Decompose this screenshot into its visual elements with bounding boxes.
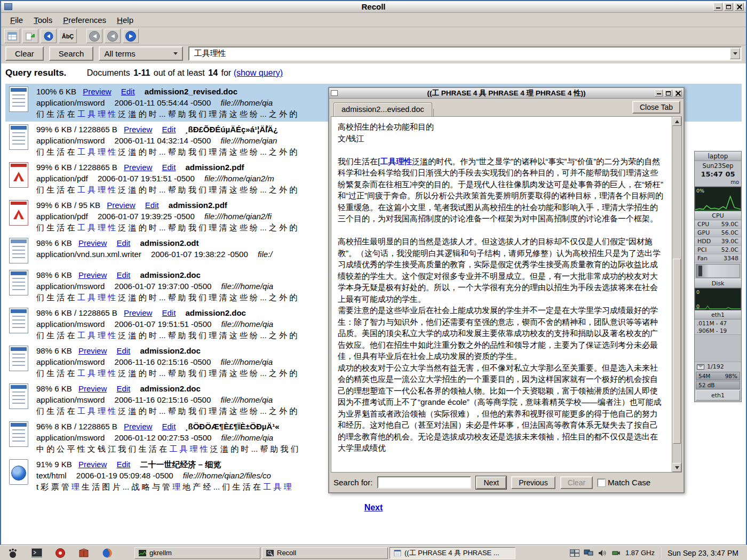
sort-params-button[interactable] [22, 29, 38, 43]
result-preview-link[interactable]: Preview [124, 163, 152, 172]
result-edit-link[interactable]: Edit [162, 308, 176, 317]
prev-page-button[interactable] [105, 29, 121, 43]
task-gkrellm[interactable]: gkrellm [134, 547, 260, 559]
result-preview-link[interactable]: Preview [78, 270, 107, 279]
minimize-button[interactable] [713, 3, 722, 11]
result-rank-size: 100% 6 KB [36, 87, 76, 96]
match-case-control[interactable]: Match Case [598, 478, 650, 487]
result-preview-link[interactable]: Preview [124, 125, 152, 134]
net-rx-text: .011M - 47 [695, 319, 741, 327]
result-preview-link[interactable]: Preview [78, 460, 107, 469]
menu-preferences[interactable]: Preferences [58, 14, 111, 26]
result-edit-link[interactable]: Edit [116, 238, 130, 247]
power-applet[interactable] [611, 549, 621, 557]
find-next-button[interactable]: Next [476, 476, 506, 489]
result-edit-link[interactable]: Edit [116, 346, 130, 355]
terminal-icon [31, 548, 42, 558]
search-row: Clear Search All terms 工具理性 [1, 45, 746, 63]
task-preview[interactable]: ((工 PHRASE 4 具 PHRASE ... [390, 547, 515, 559]
result-edit-link[interactable]: Edit [116, 460, 130, 469]
result-snippet: 们 生 活 在 工 具 理 性 泛 滥 的 时 ... 帮 助 我 们 理 清 … [36, 184, 297, 195]
query-history-dropdown[interactable] [730, 48, 740, 59]
result-rank-size: 98% 6 KB / 1228865 B [36, 308, 117, 317]
result-edit-link[interactable]: Edit [116, 384, 130, 393]
desktop-menu-launcher[interactable] [7, 547, 19, 559]
media-player-launcher[interactable] [54, 547, 66, 559]
result-edit-link[interactable]: Edit [116, 270, 130, 279]
task-recoll[interactable]: Recoll [262, 547, 388, 559]
package-launcher[interactable] [78, 547, 90, 559]
gkrellm-panel: laptop Sun23Sep 15:47 05 mo 0% CPU CPU59… [694, 151, 742, 402]
search-button[interactable]: Search [49, 46, 94, 61]
find-input[interactable] [377, 476, 471, 489]
clear-button[interactable]: Clear [5, 46, 44, 61]
result-preview-link[interactable]: Preview [124, 422, 152, 431]
taskbar-clock[interactable]: Sun Sep 23, 3:47 PM [660, 548, 744, 558]
result-edit-link[interactable]: Edit [162, 163, 176, 172]
result-preview-link[interactable]: Preview [83, 87, 111, 96]
result-edit-link[interactable]: Edit [162, 422, 176, 431]
result-snippet: 中 的 公 平 性 文 钱 江 我 们 生 活 在 工 具 理 性 泛 滥 的 … [36, 443, 299, 454]
results-count-text3: for [221, 68, 232, 77]
menu-help[interactable]: Help [112, 14, 138, 26]
find-previous-button[interactable]: Previous [511, 476, 555, 489]
doc-history-button[interactable] [4, 29, 20, 43]
file-type-icon [7, 269, 30, 297]
scrollbar-thumb[interactable] [673, 259, 681, 443]
pager-applet[interactable] [570, 549, 579, 557]
firefox-launcher[interactable] [101, 547, 113, 559]
show-query-link[interactable]: (show query) [234, 68, 283, 77]
display-applet[interactable] [584, 549, 593, 557]
taskbar: gkrellm Recoll ((工 PHRASE 4 具 PHRASE ...… [0, 545, 747, 560]
next-page-button[interactable] [123, 29, 139, 43]
preview-text[interactable]: 高校招生的社会功能和目的文/钱江 我们生活在[工具理性泛滥的时代。作为“世之显学… [331, 117, 672, 472]
result-url: file:///home/qia [221, 282, 274, 291]
result-preview-link[interactable]: Preview [124, 308, 152, 317]
result-url: file:///home/qia [220, 98, 273, 107]
find-clear-button[interactable]: Clear [560, 476, 593, 489]
maximize-button[interactable] [724, 3, 733, 11]
spell-expand-button[interactable]: ÂbÇ [59, 29, 77, 43]
result-preview-link[interactable]: Preview [78, 238, 107, 247]
first-page-button[interactable] [86, 29, 102, 43]
preview-maximize-button[interactable] [664, 90, 672, 97]
result-preview-link[interactable]: Preview [78, 346, 107, 355]
result-title: admission2.pdf [169, 201, 227, 210]
query-input[interactable]: 工具理性 [188, 46, 742, 61]
timer-button[interactable]: eth1 [696, 390, 740, 401]
menu-file[interactable]: File [5, 14, 28, 26]
volume-applet[interactable] [598, 549, 607, 557]
preview-tab[interactable]: admission2...evised.doc [333, 102, 432, 116]
result-title: admission2.doc [140, 346, 200, 355]
result-edit-link[interactable]: Edit [145, 201, 159, 210]
result-edit-link[interactable]: Edit [121, 87, 135, 96]
term-explorer-button[interactable] [41, 29, 57, 43]
match-case-label: Match Case [608, 478, 650, 487]
result-date: 2006-01-07 19:51:51 -0500 [115, 319, 212, 329]
fan-krell-meter [696, 264, 740, 278]
close-button[interactable] [735, 3, 744, 11]
find-label: Search for: [333, 478, 372, 487]
menu-tools[interactable]: Tools [29, 14, 57, 26]
preview-titlebar[interactable]: ((工 PHRASE 4 具 PHRASE 4 理 PHRASE 4 性)) [329, 88, 684, 99]
scroll-up-button[interactable] [672, 117, 681, 126]
titlebar[interactable]: Recoll [1, 1, 746, 13]
task-label: gkrellm [149, 549, 172, 557]
next-results-link[interactable]: Next [364, 503, 383, 512]
preview-close-button[interactable] [674, 90, 682, 97]
close-tab-button[interactable]: Close Tab [632, 101, 680, 114]
preview-minimize-button[interactable] [655, 90, 663, 97]
match-case-checkbox[interactable] [598, 479, 605, 486]
result-mime: application/pdf [36, 212, 88, 221]
scroll-down-button[interactable] [672, 463, 681, 472]
preview-scrollbar[interactable] [672, 117, 681, 472]
result-edit-link[interactable]: Edit [162, 125, 176, 134]
result-snippet: 们 生 活 在 工 具 理 性 泛 滥 的 时 ... 帮 助 我 们 理 清 … [36, 367, 297, 379]
red-box-icon [78, 548, 89, 558]
preview-task-icon [394, 550, 401, 556]
result-date: 2006-01-19 05:09:48 -0500 [76, 471, 173, 480]
result-preview-link[interactable]: Preview [107, 201, 135, 210]
result-preview-link[interactable]: Preview [78, 384, 107, 393]
terminal-launcher[interactable] [31, 547, 43, 559]
search-mode-select[interactable]: All terms [99, 46, 183, 61]
